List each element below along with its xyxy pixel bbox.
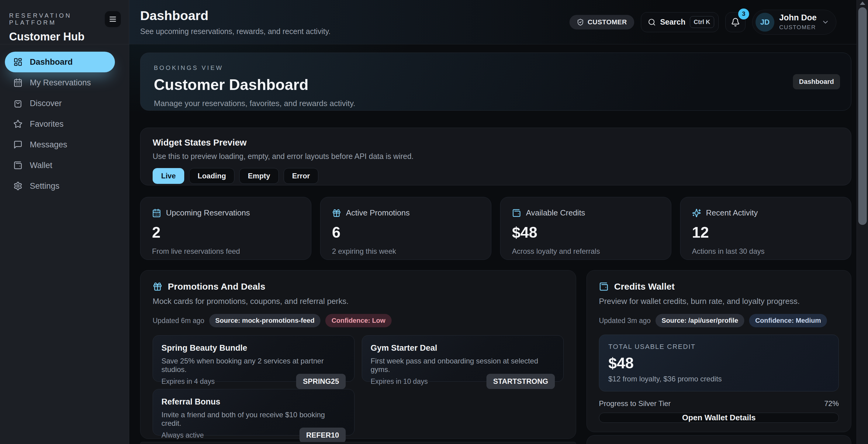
state-button-live[interactable]: Live — [153, 168, 184, 184]
right-column: Credits Wallet Preview for wallet credit… — [586, 270, 851, 444]
star-icon — [13, 120, 23, 129]
sidebar-item-my-reservations[interactable]: My Reservations — [5, 72, 115, 93]
notifications-button[interactable]: 3 — [725, 12, 745, 32]
promo-expiry: Expires in 4 days — [161, 377, 215, 386]
stat-card-upcoming-reservations: Upcoming Reservations 2 From live reserv… — [140, 197, 311, 260]
section-columns: Promotions And Deals Mock cards for prom… — [140, 270, 851, 444]
bell-icon — [731, 18, 740, 27]
sidebar-item-label: My Reservations — [30, 78, 91, 88]
chevron-down-icon — [822, 18, 829, 26]
promo-description: Invite a friend and both of you receive … — [161, 411, 346, 427]
stat-caption: 2 expiring this week — [332, 247, 479, 256]
promo-title: Spring Beauty Bundle — [161, 343, 346, 353]
sidebar-nav: Dashboard My Reservations Discover Favor… — [0, 44, 129, 196]
promo-card-referral-bonus: Referral Bonus Invite a friend and both … — [153, 389, 354, 436]
scrollbar-thumb[interactable] — [858, 7, 867, 225]
user-menu[interactable]: JD John Doe CUSTOMER — [752, 10, 836, 35]
stat-label: Upcoming Reservations — [166, 208, 250, 218]
updated-label: Updated 6m ago — [153, 317, 204, 325]
role-badge: CUSTOMER — [569, 15, 634, 30]
promo-title: Referral Bonus — [161, 397, 346, 407]
page-subtitle: See upcoming reservations, rewards, and … — [140, 27, 331, 36]
sidebar-item-label: Settings — [30, 182, 60, 191]
app-name: Customer Hub — [9, 30, 120, 43]
state-button-empty[interactable]: Empty — [239, 168, 278, 184]
promo-expiry: Always active — [161, 431, 204, 439]
calendar-icon — [152, 209, 161, 218]
sidebar-item-messages[interactable]: Messages — [5, 134, 115, 155]
sidebar-toggle-button[interactable] — [104, 11, 121, 27]
stat-label: Recent Activity — [706, 208, 758, 218]
promo-description: Save 25% when booking any 2 services at … — [161, 357, 346, 374]
promo-code-badge: SPRING25 — [296, 374, 346, 389]
sidebar-item-label: Favorites — [30, 120, 64, 129]
next-section-peek — [586, 435, 851, 444]
sidebar-item-label: Discover — [30, 99, 62, 108]
user-name: John Doe — [779, 13, 817, 23]
hero-view-badge: Dashboard — [793, 74, 840, 89]
avatar: JD — [755, 13, 774, 32]
layout-dashboard-icon — [13, 58, 23, 67]
state-button-error[interactable]: Error — [284, 168, 319, 184]
sidebar-item-favorites[interactable]: Favorites — [5, 114, 115, 134]
next-section-peek — [140, 442, 576, 444]
open-wallet-details-button[interactable]: Open Wallet Details — [599, 413, 839, 423]
gear-icon — [13, 182, 23, 191]
total-credit-panel: TOTAL USABLE CREDIT $48 $12 from loyalty… — [599, 335, 839, 391]
sidebar-item-label: Wallet — [30, 161, 52, 170]
confidence-badge: Confidence: Low — [325, 314, 391, 327]
sidebar-item-wallet[interactable]: Wallet — [5, 155, 115, 176]
wallet-title: Credits Wallet — [614, 281, 675, 292]
stat-caption: Actions in last 30 days — [692, 247, 839, 256]
promotions-section: Promotions And Deals Mock cards for prom… — [140, 270, 576, 439]
page-title: Dashboard — [140, 8, 331, 23]
stat-cards-row: Upcoming Reservations 2 From live reserv… — [140, 197, 851, 260]
promo-card-gym-starter: Gym Starter Deal First week pass and onb… — [362, 335, 564, 382]
stat-value: $48 — [512, 224, 659, 241]
gift-icon — [332, 209, 341, 218]
tier-progress-label: Progress to Silver Tier — [599, 399, 671, 408]
state-button-loading[interactable]: Loading — [189, 168, 235, 184]
promo-code-badge: STARTSTRONG — [487, 374, 555, 389]
stat-caption: Across loyalty and referrals — [512, 247, 659, 256]
scroll-up-arrow-icon[interactable] — [860, 2, 865, 5]
wallet-icon — [599, 282, 609, 291]
platform-label: RESERVATION PLATFORM — [9, 12, 120, 26]
wallet-meta: Updated 3m ago Source: /api/user/profile… — [599, 314, 839, 327]
search-button[interactable]: Search Ctrl K — [641, 12, 719, 32]
widget-states-description: Use this to preview loading, empty, and … — [153, 152, 839, 161]
notification-count-badge: 3 — [738, 8, 749, 20]
menu-icon — [108, 15, 117, 23]
sidebar-item-discover[interactable]: Discover — [5, 93, 115, 114]
vertical-scrollbar[interactable] — [857, 0, 868, 444]
sidebar-item-label: Messages — [30, 140, 67, 150]
stat-label: Available Credits — [526, 208, 585, 218]
stat-label: Active Promotions — [346, 208, 410, 218]
wallet-description: Preview for wallet credits, burn rate, a… — [599, 296, 839, 306]
total-credit-value: $48 — [608, 354, 829, 372]
tier-progress-percent: 72% — [824, 399, 839, 408]
sidebar-item-label: Dashboard — [30, 58, 73, 67]
shield-check-icon — [577, 19, 584, 26]
shopping-bag-icon — [13, 99, 23, 108]
stat-value: 2 — [152, 224, 300, 241]
promo-expiry: Expires in 10 days — [371, 377, 428, 386]
source-badge: Source: /api/user/profile — [655, 314, 744, 327]
main-area: Dashboard See upcoming reservations, rew… — [129, 0, 868, 444]
wallet-icon — [512, 209, 521, 218]
message-icon — [13, 140, 23, 149]
search-label: Search — [660, 18, 685, 26]
widget-states-title: Widget States Preview — [153, 138, 839, 148]
calendar-icon — [13, 78, 23, 87]
widget-state-options: Live Loading Empty Error — [153, 168, 839, 184]
sidebar-item-dashboard[interactable]: Dashboard — [5, 52, 115, 72]
credits-wallet-section: Credits Wallet Preview for wallet credit… — [586, 270, 851, 432]
promo-card-grid: Spring Beauty Bundle Save 25% when booki… — [153, 335, 564, 436]
search-icon — [648, 18, 656, 26]
stat-card-active-promotions: Active Promotions 6 2 expiring this week — [320, 197, 491, 260]
promotions-description: Mock cards for promotions, coupons, and … — [153, 296, 564, 306]
sidebar-item-settings[interactable]: Settings — [5, 176, 115, 196]
confidence-badge: Confidence: Medium — [749, 314, 827, 327]
search-shortcut: Ctrl K — [690, 16, 714, 28]
page-heading: Dashboard See upcoming reservations, rew… — [140, 8, 331, 36]
